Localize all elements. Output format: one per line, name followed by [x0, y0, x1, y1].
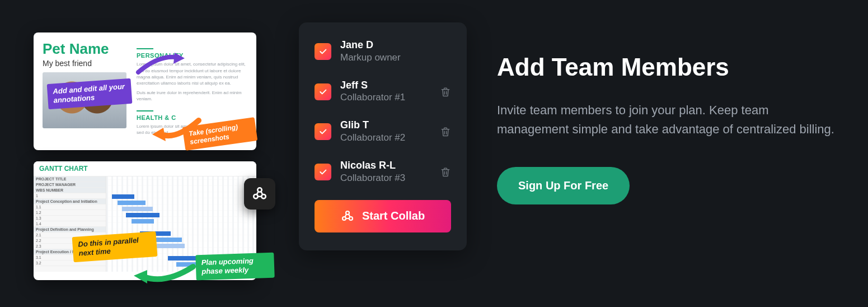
delete-member-button[interactable]	[440, 125, 451, 138]
delete-member-button[interactable]	[440, 166, 451, 178]
member-name: Jane D	[340, 39, 451, 52]
trash-icon	[440, 86, 451, 98]
feature-copy: Add Team Members Invite team members to …	[497, 22, 834, 204]
pet-card-subtitle: My best friend	[43, 59, 126, 68]
start-collab-label: Start Collab	[362, 210, 425, 222]
trash-icon	[440, 166, 451, 178]
gantt-row-label: 1	[34, 193, 106, 199]
gantt-row-label: Project Definition and Planning	[34, 227, 106, 232]
gantt-row-label: PROJECT TITLE	[34, 176, 106, 182]
lorem-text: Lorem ipsum dolor sit amet, consectetur …	[137, 61, 247, 86]
feature-description: Invite team members to join your plan. K…	[497, 101, 834, 139]
member-row: Jane DMarkup owner	[315, 39, 451, 64]
gantt-row-label: 3.2	[34, 261, 106, 266]
member-role: Collaborator #3	[340, 172, 431, 184]
collaborators-panel: Jane DMarkup ownerJeff SCollaborator #1G…	[299, 22, 467, 250]
gantt-row-label: 1.4	[34, 221, 106, 227]
member-check-icon	[315, 43, 331, 60]
collab-icon	[252, 186, 268, 202]
trash-icon	[440, 125, 451, 138]
gantt-title: GANTT CHART	[39, 165, 88, 173]
svg-point-1	[254, 194, 257, 198]
lorem-text: Duis aute irure dolor in reprehenderit. …	[137, 90, 247, 102]
gantt-row-label: WBS NUMBER	[34, 188, 106, 193]
member-row: Nicolas R-LCollaborator #3	[315, 160, 451, 184]
signup-label: Sign Up For Free	[518, 179, 608, 192]
member-check-icon	[315, 123, 331, 140]
svg-point-3	[346, 211, 349, 215]
member-row: Jeff SCollaborator #1	[315, 80, 451, 104]
svg-point-5	[349, 217, 353, 220]
delete-member-button[interactable]	[440, 86, 451, 98]
collab-badge	[244, 178, 275, 210]
pet-section-personality: PERSONALITY	[137, 52, 247, 60]
member-name: Glib T	[340, 119, 431, 132]
start-collab-button[interactable]: Start Collab	[315, 200, 451, 232]
collab-icon	[341, 210, 354, 223]
gantt-row-label: 1.1	[34, 204, 106, 210]
member-check-icon	[315, 83, 331, 100]
annotation-plan-label: Plan upcoming phase weekly	[195, 253, 274, 280]
member-role: Collaborator #2	[340, 132, 431, 144]
gantt-row-label: 1.2	[34, 210, 106, 216]
member-check-icon	[315, 164, 331, 180]
member-name: Jeff S	[340, 80, 431, 92]
gantt-row-label: Project Conception and Initiation	[34, 199, 106, 204]
svg-point-4	[342, 217, 346, 220]
gantt-row-label: PROJECT MANAGER	[34, 182, 106, 188]
pet-card-title: Pet Name	[43, 40, 126, 58]
member-role: Collaborator #1	[340, 91, 431, 104]
feature-headline: Add Team Members	[497, 53, 834, 82]
feature-illustration: Pet Name My best friend PERSONALITY Lore…	[34, 22, 269, 286]
svg-point-0	[257, 188, 261, 192]
svg-point-2	[261, 194, 265, 198]
signup-button[interactable]: Sign Up For Free	[497, 167, 630, 204]
member-name: Nicolas R-L	[340, 160, 431, 172]
member-row: Glib TCollaborator #2	[315, 119, 451, 144]
member-role: Markup owner	[340, 52, 451, 64]
gantt-row-label: 1.3	[34, 216, 106, 221]
